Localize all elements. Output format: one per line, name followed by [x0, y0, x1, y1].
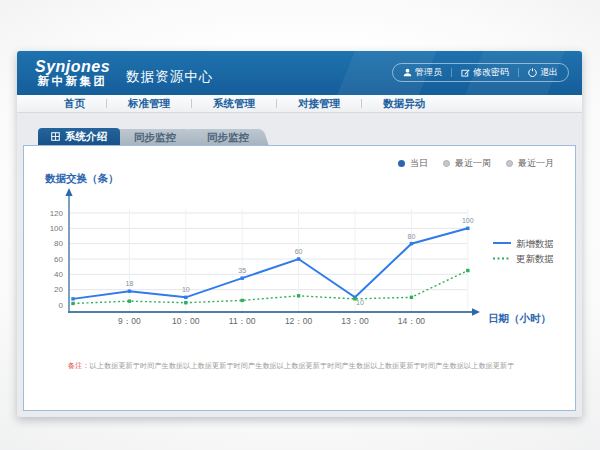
logout-button[interactable]: 退出 [528, 66, 558, 79]
main-nav: 首页 标准管理 系统管理 对接管理 数据异动 [17, 95, 582, 113]
logout-label: 退出 [540, 66, 558, 79]
desktop-background: Synjones 新中新集团 数据资源中心 管理员 修改密码 退出 [0, 0, 600, 450]
page-title: 数据资源中心 [126, 68, 213, 86]
footnote: 备注：以上数据更新于时间产生数据以上数据更新于时间产生数据以上数据更新于时间产生… [68, 361, 568, 371]
svg-text:35: 35 [238, 267, 246, 274]
svg-text:14：00: 14：00 [398, 316, 426, 326]
nav-item-data-change[interactable]: 数据异动 [362, 97, 446, 111]
svg-text:18: 18 [126, 280, 134, 287]
brand-logo-en: Synjones [35, 58, 110, 76]
svg-text:10: 10 [182, 286, 190, 293]
svg-text:80: 80 [408, 233, 416, 240]
grid-icon [51, 132, 60, 141]
svg-text:60: 60 [54, 255, 63, 264]
footnote-prefix: 备注： [68, 362, 90, 369]
tab-label: 系统介绍 [65, 130, 107, 144]
chart-panel: 当日 最近一周 最近一月 0204060801001209：0010：0011：… [23, 145, 576, 411]
logout-icon [528, 68, 537, 77]
nav-item-interface-mgmt[interactable]: 对接管理 [277, 97, 361, 111]
svg-text:新增数据: 新增数据 [516, 238, 554, 249]
current-user-label: 管理员 [415, 66, 442, 79]
tab-sync-monitor-1[interactable]: 同步监控 [117, 129, 193, 145]
svg-text:10：00: 10：00 [172, 316, 200, 326]
current-user[interactable]: 管理员 [403, 66, 442, 79]
brand-logo: Synjones 新中新集团 [35, 58, 110, 88]
tab-sync-monitor-2[interactable]: 同步监控 [190, 129, 266, 145]
tab-label: 同步监控 [207, 131, 249, 143]
user-toolbar: 管理员 修改密码 退出 [392, 63, 569, 82]
svg-text:12：00: 12：00 [285, 316, 313, 326]
svg-text:100: 100 [462, 217, 474, 224]
change-password-label: 修改密码 [473, 66, 509, 79]
footnote-body: 以上数据更新于时间产生数据以上数据更新于时间产生数据以上数据更新于时间产生数据以… [90, 362, 515, 369]
edit-icon [461, 68, 470, 77]
tab-label: 同步监控 [134, 131, 176, 143]
svg-text:11：00: 11：00 [229, 316, 256, 326]
app-window: Synjones 新中新集团 数据资源中心 管理员 修改密码 退出 [17, 51, 582, 417]
change-password-button[interactable]: 修改密码 [461, 66, 509, 79]
svg-text:13：00: 13：00 [341, 316, 369, 326]
svg-text:80: 80 [54, 239, 63, 248]
app-header: Synjones 新中新集团 数据资源中心 管理员 修改密码 退出 [17, 51, 582, 95]
svg-text:40: 40 [54, 270, 63, 279]
svg-text:数据交换（条）: 数据交换（条） [44, 172, 119, 185]
nav-item-system-mgmt[interactable]: 系统管理 [192, 97, 276, 111]
content-area: 系统介绍 同步监控 同步监控 当日 最近一周 [17, 113, 582, 416]
svg-text:120: 120 [50, 209, 64, 218]
divider [451, 68, 452, 77]
user-icon [403, 68, 412, 77]
nav-item-standard-mgmt[interactable]: 标准管理 [107, 97, 191, 111]
svg-text:9：00: 9：00 [118, 316, 141, 326]
divider [518, 68, 519, 77]
svg-text:100: 100 [50, 224, 64, 233]
svg-text:10: 10 [356, 299, 364, 306]
svg-text:60: 60 [295, 248, 303, 255]
svg-text:更新数据: 更新数据 [516, 253, 554, 264]
svg-text:0: 0 [59, 301, 64, 310]
brand-logo-cn: 新中新集团 [35, 75, 110, 88]
tab-system-intro[interactable]: 系统介绍 [38, 128, 120, 145]
svg-text:日期（小时）: 日期（小时） [488, 312, 551, 325]
tab-bar: 系统介绍 同步监控 同步监控 [17, 113, 582, 145]
svg-text:20: 20 [54, 285, 63, 294]
nav-item-home[interactable]: 首页 [43, 97, 106, 111]
